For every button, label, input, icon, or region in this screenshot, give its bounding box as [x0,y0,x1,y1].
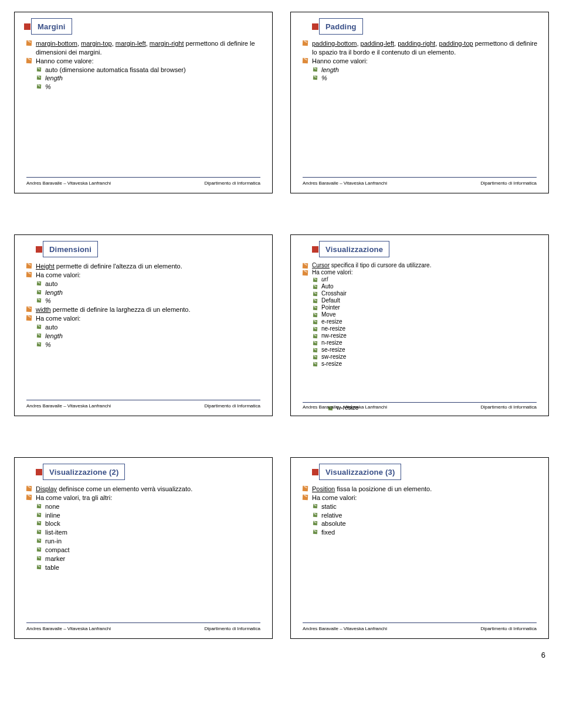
property-link: margin-left [116,40,146,47]
bullet-row: compact [26,546,264,554]
property-link: width [36,306,51,313]
pencil-icon [26,307,32,312]
property-link: margin-top [81,40,112,47]
bullet-row: % [303,74,540,83]
pencil-small-icon [313,362,317,366]
text-span: static [321,503,337,510]
value-em: % [45,341,51,348]
pencil-small-icon [313,278,317,282]
footer-author: Andres Baravalle – Vitaveska Lanfranchi [26,181,111,186]
slide-footer: Andres Baravalle – Vitaveska LanfranchiD… [26,626,260,631]
pencil-small-icon [313,299,317,303]
slide-content: padding-bottom, padding-left, padding-ri… [303,39,540,83]
property-link: padding-top [439,40,473,47]
bullet-row: nw-resize [303,332,540,339]
bullet-text: relative [321,511,540,520]
footer-divider [303,622,537,623]
text-span: Move [321,311,335,318]
bullet-row: Hanno come valore: [26,57,264,66]
pencil-small-icon [37,539,41,543]
bullet-text: sw-resize [321,353,540,360]
bullet-row: % [26,297,264,305]
bullet-text: Ha come valori, tra gli altri: [36,494,264,502]
bullet-text: Hanno come valori: [312,57,540,66]
bullet-text: s-resize [321,360,540,368]
pencil-icon [26,40,32,46]
bullet-row: marker [26,554,264,563]
pencil-icon [303,58,308,63]
text-span: table [45,564,59,571]
bullet-text: Hanno come valore: [36,57,264,66]
footer-dept: Dipartimento di Informatica [204,181,260,186]
slide-footer: Andres Baravalle – Vitaveska LanfranchiD… [26,181,260,186]
bullet-row: Ha come valori, tra gli altri: [26,494,264,502]
pencil-small-icon [313,355,317,359]
title-bullet-icon [312,469,318,475]
footer-author: Andres Baravalle – Vitaveska Lanfranchi [303,626,387,631]
value-em: % [321,74,327,81]
slide-content: Height permette di definire l'altezza di… [26,262,264,349]
bullet-text: nw-resize [321,332,540,339]
title-bullet-icon [36,246,42,253]
text-span: Ha come valori: [36,315,80,322]
bullet-text: fixed [321,528,540,537]
bullet-text: Cursor specifica il tipo di cursore da u… [312,262,540,269]
pencil-icon [26,272,32,277]
bullet-text: none [45,502,264,511]
pencil-small-icon [313,348,317,352]
bullet-text: ne-resize [321,325,540,332]
bullet-text: length [45,288,264,297]
bullet-text: list-item [45,528,264,537]
bullet-row: Cursor specifica il tipo di cursore da u… [303,262,540,269]
bullet-row: Ha come valori: [303,494,540,502]
text-span: Ha come valori: [312,269,352,275]
pencil-icon [26,58,32,63]
property-link: padding-left [361,40,395,47]
property-link: Position [312,485,335,492]
bullet-row: Hanno come valori: [303,57,540,66]
slide: Marginimargin-bottom, margin-top, margin… [14,12,273,193]
slide-title: Dimensioni [49,245,91,254]
bullet-text: Auto [321,283,540,290]
slide-footer: Andres Baravalle – Vitaveska LanfranchiD… [303,626,537,631]
footer-author: Andres Baravalle – Vitaveska Lanfranchi [26,626,111,631]
bullet-text: auto [45,323,264,332]
pencil-small-icon [313,334,317,338]
text-span: Pointer [321,304,340,311]
text-span: auto [45,324,57,331]
property-link: Cursor [312,262,330,268]
pencil-small-icon [37,513,41,517]
bullet-row: Default [303,297,540,304]
footer-divider [26,177,260,178]
bullet-text: static [321,502,540,511]
bullet-row: sw-resize [303,353,540,360]
bullet-row: % [26,341,264,349]
value-em: % [45,83,51,90]
bullet-text: Ha come valori: [36,271,264,280]
text-span: Hanno come valori: [312,57,368,64]
slide: Paddingpadding-bottom, padding-left, pad… [290,12,549,193]
slide-title: Padding [325,22,357,31]
bullet-text: % [45,341,264,349]
slide: Visualizzazione (3)Position fissa la pos… [290,457,549,639]
bullet-text: length [45,74,264,83]
pencil-small-icon [313,530,317,534]
pencil-small-icon [37,76,41,80]
slide-footer: Andres Baravalle – Vitaveska LanfranchiD… [303,181,537,186]
pencil-small-icon [37,521,41,525]
pencil-small-icon [37,334,41,338]
value-em: length [321,66,339,73]
bullet-row: run-in [26,537,264,546]
bullet-text: Move [321,311,540,318]
bullet-text: Crosshair [321,290,540,297]
bullet-text: auto (dimensione automatica fissata dal … [45,66,264,74]
pencil-small-icon [37,290,41,294]
text-span: n-resize [321,339,342,346]
bullet-text: absolute [321,519,540,528]
property-link: margin-right [150,40,184,47]
value-em: length [45,289,63,296]
bullet-row: e-resize [303,318,540,325]
bullet-text: auto [45,280,264,288]
bullet-row: Height permette di definire l'altezza di… [26,262,264,271]
bullet-text: Height permette di definire l'altezza di… [36,262,264,271]
